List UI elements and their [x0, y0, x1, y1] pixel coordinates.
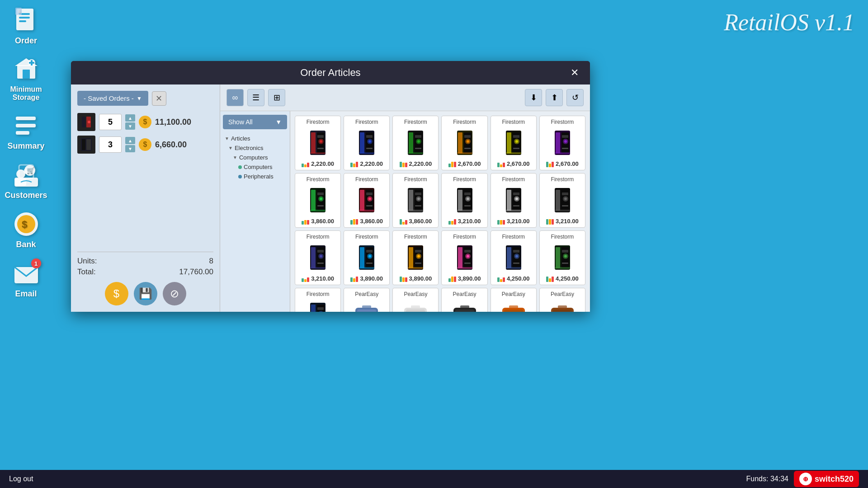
svg-rect-112	[457, 210, 472, 211]
cat-computers-sub[interactable]: Computers	[223, 162, 287, 172]
product-card[interactable]: Firestorm 4,250.00	[295, 288, 341, 312]
show-all-button[interactable]: Show All ▼	[223, 115, 287, 129]
svg-rect-3	[19, 20, 26, 22]
product-card[interactable]: Firestorm 3,210.00	[295, 230, 341, 285]
product-card[interactable]: Firestorm 3,890.00	[441, 230, 487, 285]
svg-rect-162	[507, 247, 511, 268]
product-card[interactable]: Firestorm 3,890.00	[344, 230, 390, 285]
svg-point-125	[564, 197, 567, 200]
product-bottom: 3,860.00	[298, 218, 338, 225]
product-card[interactable]: Firestorm 3,860.00	[344, 173, 390, 228]
product-card[interactable]: Firestorm 3,210.00	[539, 173, 585, 228]
customers-icon: 🛒	[10, 159, 42, 191]
sidebar-item-order[interactable]: ≡ Order	[10, 5, 42, 46]
right-panel: ∞ ☰ ⊞ ⬇ ⬆ ↺ Show All ▼ ▼	[220, 84, 590, 312]
qty-up-1[interactable]: ▲	[125, 114, 135, 122]
product-card[interactable]: Firestorm 2,670.00	[441, 116, 487, 170]
stock-bar-green	[497, 220, 500, 225]
product-brand: PearEasy	[502, 291, 525, 297]
svg-point-29	[88, 121, 90, 123]
sidebar-item-min-storage[interactable]: MinimumStorage	[10, 54, 42, 102]
product-image	[300, 299, 336, 312]
svg-rect-126	[562, 205, 568, 206]
action-buttons: $ 💾 ⊘	[77, 282, 213, 305]
sidebar-item-summary[interactable]: Summary	[7, 110, 44, 151]
product-card[interactable]: PearEasy 2,430.00	[344, 288, 390, 312]
stock-bar-red	[503, 163, 505, 167]
product-card[interactable]: Firestorm 2,220.00	[295, 116, 341, 170]
qty-up-2[interactable]: ▲	[125, 137, 135, 144]
toolbar-list-btn[interactable]: ☰	[247, 89, 264, 106]
stock-bar-yellow	[500, 164, 502, 167]
sidebar: ≡ Order MinimumStorage Summ	[0, 0, 52, 470]
svg-rect-144	[359, 267, 374, 269]
toolbar-sort-btn[interactable]: ⬇	[525, 89, 542, 106]
product-card[interactable]: Firestorm 3,210.00	[441, 173, 487, 228]
toolbar-grid-btn[interactable]: ⊞	[268, 89, 285, 106]
product-bottom: 3,890.00	[396, 275, 435, 282]
modal-close-button[interactable]: ✕	[568, 66, 581, 79]
buy-button[interactable]: $	[105, 282, 128, 305]
order-item-img-2	[77, 136, 95, 154]
product-card[interactable]: Firestorm 2,220.00	[392, 116, 439, 170]
svg-rect-88	[310, 210, 326, 211]
svg-rect-12	[16, 117, 36, 120]
stock-bar-yellow	[549, 278, 551, 282]
product-brand: Firestorm	[404, 234, 427, 240]
product-card[interactable]: Firestorm 3,890.00	[392, 230, 439, 285]
product-card[interactable]: Firestorm 4,250.00	[539, 230, 585, 285]
product-card[interactable]: Firestorm 2,670.00	[539, 116, 585, 170]
svg-rect-47	[366, 135, 373, 138]
cancel-order-button[interactable]: ⊘	[163, 282, 186, 305]
cat-peripherals[interactable]: Peripherals	[223, 172, 287, 181]
product-price: 3,210.00	[556, 218, 579, 225]
products-grid: Firestorm 2,220.00 Firestorm	[295, 116, 585, 312]
saved-orders-button[interactable]: - Saved Orders - ▼	[77, 91, 148, 106]
stock-bar-yellow	[402, 277, 405, 282]
product-card[interactable]: Firestorm 3,210.00	[491, 173, 537, 228]
product-card[interactable]: Firestorm 4,250.00	[491, 230, 537, 285]
svg-rect-70	[513, 148, 519, 149]
product-card[interactable]: PearEasy 3,060.00	[491, 288, 537, 312]
product-card[interactable]: PearEasy 2,430.00	[392, 288, 439, 312]
svg-rect-128	[555, 210, 570, 211]
cat-articles[interactable]: ▼ Articles	[223, 134, 287, 143]
product-price: 3,890.00	[458, 275, 481, 282]
toolbar-filter-btn[interactable]: ⬆	[546, 89, 563, 106]
save-order-button[interactable]: 💾	[134, 282, 157, 305]
svg-rect-103	[415, 192, 421, 195]
product-card[interactable]: Firestorm 3,860.00	[295, 173, 341, 228]
product-card[interactable]: PearEasy 2,430.00	[441, 288, 487, 312]
sidebar-item-email[interactable]: 1 Email	[10, 258, 42, 299]
coin-icon-1: $	[139, 116, 151, 128]
cat-computers[interactable]: ▼ Computers	[223, 153, 287, 162]
log-out-link[interactable]: Log out	[9, 475, 33, 483]
stock-bar-yellow	[451, 277, 453, 282]
stock-bar-red	[356, 162, 358, 167]
stock-bar-yellow	[402, 222, 405, 225]
stock-bars	[350, 161, 358, 167]
toolbar-infinite-btn[interactable]: ∞	[226, 89, 244, 106]
cat-electronics[interactable]: ▼ Electronics	[223, 143, 287, 153]
qty-down-1[interactable]: ▼	[125, 122, 135, 130]
refresh-button[interactable]: ↺	[566, 89, 584, 106]
sidebar-item-bank[interactable]: $ Bank	[10, 208, 42, 249]
product-brand: Firestorm	[355, 176, 378, 183]
qty-down-2[interactable]: ▼	[125, 145, 135, 152]
clear-orders-button[interactable]: ✕	[152, 91, 166, 106]
sidebar-item-customers[interactable]: 🛒 Customers	[5, 159, 47, 200]
svg-rect-80	[555, 152, 570, 154]
svg-rect-42	[360, 132, 364, 153]
product-bottom: 4,250.00	[494, 275, 533, 282]
stock-bars	[497, 276, 505, 282]
svg-rect-50	[409, 132, 413, 153]
product-bottom: 4,250.00	[542, 275, 582, 282]
svg-rect-142	[366, 263, 373, 264]
product-card[interactable]: Firestorm 2,220.00	[344, 116, 390, 170]
svg-rect-71	[513, 135, 519, 138]
product-card[interactable]: PearEasy 3,060.00	[539, 288, 585, 312]
svg-rect-48	[359, 152, 374, 154]
units-label: Units:	[77, 257, 97, 266]
product-card[interactable]: Firestorm 2,670.00	[491, 116, 537, 170]
product-card[interactable]: Firestorm 3,860.00	[392, 173, 439, 228]
